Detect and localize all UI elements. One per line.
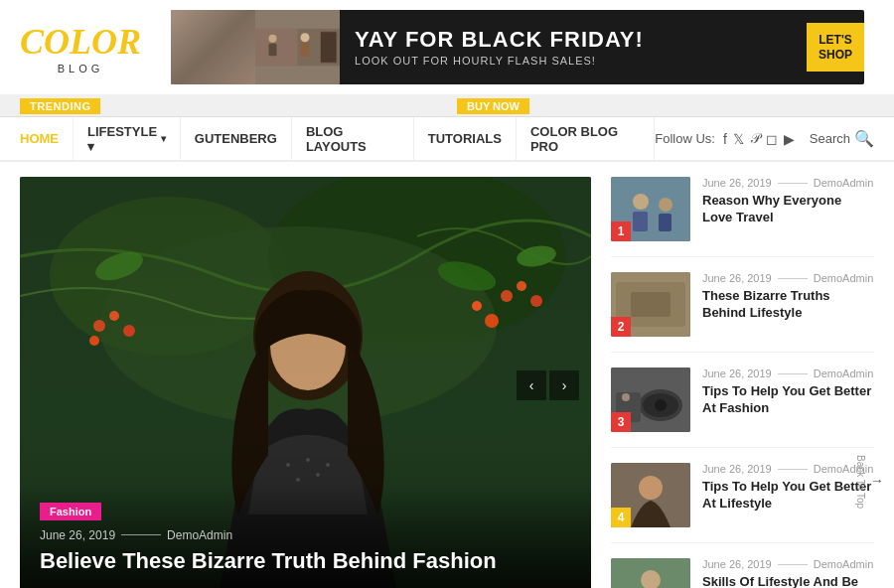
search-label: Search <box>810 131 850 146</box>
sidebar-meta-4: June 26, 2019 DemoAdmin <box>702 463 874 475</box>
ad-text: YAY FOR BLACK FRIDAY! LOOK OUT FOR HOURL… <box>340 18 807 76</box>
trending-bar: TRENDING BUY NOW <box>0 95 894 117</box>
hero-title: Believe These Bizarre Truth Behind Fashi… <box>40 548 571 574</box>
sidebar-thumb-5: 5 <box>611 558 690 588</box>
trending-badge: TRENDING <box>20 98 100 114</box>
hero-meta: June 26, 2019 DemoAdmin <box>40 528 571 542</box>
nav-item-gutenberg[interactable]: GUTENBERG <box>181 116 292 161</box>
back-to-top-arrow: ↑ <box>870 478 886 485</box>
hero-slider: Fashion June 26, 2019 DemoAdmin Believe … <box>20 177 591 588</box>
social-follow-area: Follow Us: f 𝕏 𝒫 ◻ ▶ <box>655 130 795 147</box>
main-content: Fashion June 26, 2019 DemoAdmin Believe … <box>0 162 894 588</box>
youtube-icon[interactable]: ▶ <box>784 131 795 147</box>
back-to-top[interactable]: ↑ Back To Top <box>855 455 886 509</box>
sidebar-date-4: June 26, 2019 <box>702 463 772 475</box>
sidebar-trending: 1 June 26, 2019 DemoAdmin Reason Why Eve… <box>611 177 874 588</box>
sidebar-date-2: June 26, 2019 <box>702 272 772 284</box>
follow-label: Follow Us: <box>655 131 715 146</box>
ad-title: YAY FOR BLACK FRIDAY! <box>355 28 792 52</box>
sidebar-meta-1: June 26, 2019 DemoAdmin <box>702 177 874 189</box>
hero-category[interactable]: Fashion <box>40 503 101 520</box>
svg-rect-3 <box>269 44 277 57</box>
facebook-icon[interactable]: f <box>723 131 727 147</box>
sidebar-thumb-4: 4 <box>611 463 690 527</box>
ad-photo <box>171 10 340 84</box>
buy-now-badge[interactable]: BUY NOW <box>457 98 529 114</box>
slider-prev-button[interactable]: ‹ <box>517 370 546 400</box>
svg-rect-36 <box>659 214 671 231</box>
sidebar-item-2[interactable]: 2 June 26, 2019 DemoAdmin These Bizarre … <box>611 272 874 353</box>
sidebar-author-5: DemoAdmin <box>814 558 874 570</box>
hero-image: Fashion June 26, 2019 DemoAdmin Believe … <box>20 177 591 588</box>
sidebar-date-3: June 26, 2019 <box>702 368 772 379</box>
sidebar-date-1: June 26, 2019 <box>702 177 772 189</box>
svg-point-4 <box>301 33 310 42</box>
svg-point-47 <box>639 476 663 500</box>
sidebar-thumb-1: 1 <box>611 177 690 241</box>
sidebar-title-4: Tips To Help You Get Better At Lifestyle <box>702 479 874 513</box>
site-logo[interactable]: COLOR BLOG <box>20 21 141 74</box>
sidebar-num-1: 1 <box>611 221 631 241</box>
sidebar-content-4: June 26, 2019 DemoAdmin Tips To Help You… <box>702 463 874 527</box>
sidebar-image-5 <box>611 558 690 588</box>
search-area[interactable]: Search 🔍 <box>810 129 874 148</box>
nav-items: HOME LIFESTYLE ▾ GUTENBERG BLOG LAYOUTS … <box>20 116 655 161</box>
svg-point-45 <box>622 393 630 401</box>
svg-rect-7 <box>321 32 337 63</box>
ad-banner[interactable]: YAY FOR BLACK FRIDAY! LOOK OUT FOR HOURL… <box>171 10 864 84</box>
sidebar-content-1: June 26, 2019 DemoAdmin Reason Why Every… <box>702 177 874 241</box>
svg-point-35 <box>659 198 672 212</box>
sidebar-title-5: Skills Of Lifestyle And Be Successful <box>702 574 874 588</box>
sidebar-title-3: Tips To Help You Get Better At Fashion <box>702 383 874 417</box>
sidebar-title-2: These Bizarre Truths Behind Lifestyle <box>702 288 874 322</box>
instagram-icon[interactable]: ◻ <box>766 131 778 147</box>
sidebar-item-5[interactable]: 5 June 26, 2019 DemoAdmin Skills Of Life… <box>611 558 874 588</box>
sidebar-content-3: June 26, 2019 DemoAdmin Tips To Help You… <box>702 368 874 432</box>
nav-item-tutorials[interactable]: TUTORIALS <box>414 116 517 161</box>
sidebar-num-3: 3 <box>611 412 631 432</box>
sidebar-meta-3: June 26, 2019 DemoAdmin <box>702 368 874 379</box>
search-icon: 🔍 <box>854 129 874 148</box>
sidebar-content-5: June 26, 2019 DemoAdmin Skills Of Lifest… <box>702 558 874 588</box>
svg-point-43 <box>655 399 667 411</box>
hero-overlay: Fashion June 26, 2019 DemoAdmin Believe … <box>20 482 591 588</box>
logo-subtitle: BLOG <box>20 63 141 74</box>
sidebar-num-2: 2 <box>611 317 631 337</box>
navigation-bar: HOME LIFESTYLE ▾ GUTENBERG BLOG LAYOUTS … <box>0 117 894 162</box>
svg-rect-39 <box>631 292 670 317</box>
ad-button[interactable]: LET'SSHOP <box>807 23 864 72</box>
nav-item-color-blog-pro[interactable]: COLOR BLOG PRO <box>517 116 655 161</box>
back-to-top-label: Back To Top <box>855 455 866 509</box>
hero-author: DemoAdmin <box>167 528 232 542</box>
svg-rect-34 <box>633 212 648 231</box>
sidebar-num-4: 4 <box>611 508 631 527</box>
sidebar-item-3[interactable]: 3 June 26, 2019 DemoAdmin Tips To Help Y… <box>611 368 874 448</box>
twitter-icon[interactable]: 𝕏 <box>733 131 744 147</box>
sidebar-thumb-2: 2 <box>611 272 690 337</box>
site-header: COLOR BLOG YAY FOR BLACK FRIDAY! LOOK <box>0 0 894 95</box>
ad-subtitle: LOOK OUT FOR HOURLY FLASH SALES! <box>355 55 792 67</box>
sidebar-author-3: DemoAdmin <box>814 368 874 379</box>
nav-item-blog-layouts[interactable]: BLOG LAYOUTS <box>292 116 414 161</box>
sidebar-title-1: Reason Why Everyone Love Travel <box>702 193 874 226</box>
nav-item-lifestyle[interactable]: LIFESTYLE ▾ <box>74 116 181 161</box>
sidebar-author-2: DemoAdmin <box>814 272 874 284</box>
nav-item-home[interactable]: HOME <box>20 116 74 161</box>
sidebar-item-1[interactable]: 1 June 26, 2019 DemoAdmin Reason Why Eve… <box>611 177 874 257</box>
sidebar-author-1: DemoAdmin <box>814 177 874 189</box>
hero-date: June 26, 2019 <box>40 528 115 542</box>
pinterest-icon[interactable]: 𝒫 <box>750 130 760 147</box>
sidebar-meta-2: June 26, 2019 DemoAdmin <box>702 272 874 284</box>
svg-point-2 <box>269 35 277 43</box>
sidebar-thumb-3: 3 <box>611 368 690 432</box>
sidebar-content-2: June 26, 2019 DemoAdmin These Bizarre Tr… <box>702 272 874 337</box>
sidebar-item-4[interactable]: 4 June 26, 2019 DemoAdmin Tips To Help Y… <box>611 463 874 543</box>
sidebar-date-5: June 26, 2019 <box>702 558 772 570</box>
hero-meta-divider <box>121 534 161 535</box>
logo-title: COLOR <box>20 21 141 63</box>
svg-rect-5 <box>301 43 310 57</box>
sidebar-meta-5: June 26, 2019 DemoAdmin <box>702 558 874 570</box>
svg-point-33 <box>633 194 649 210</box>
slider-next-button[interactable]: › <box>549 370 579 400</box>
